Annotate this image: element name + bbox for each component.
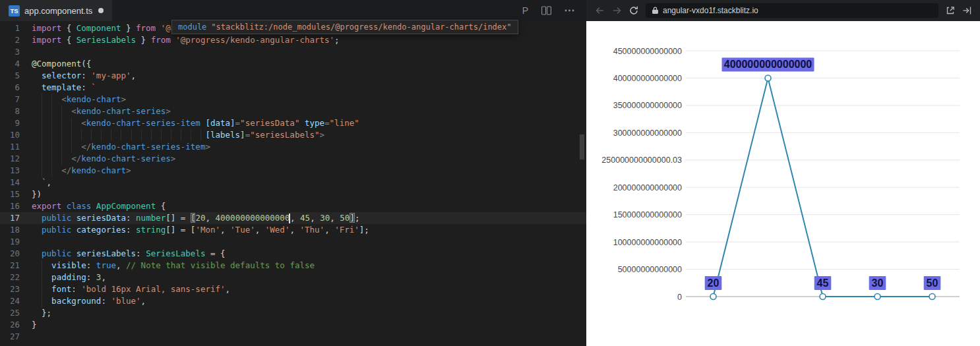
more-actions-icon[interactable] bbox=[565, 9, 574, 12]
code-line[interactable]: 9 <kendo-chart-series-item [data]="serie… bbox=[0, 117, 586, 129]
series-point-label: 50 bbox=[924, 276, 941, 290]
indent-guide bbox=[61, 129, 62, 141]
svg-text:30: 30 bbox=[872, 277, 884, 289]
code-line[interactable]: 26} bbox=[0, 319, 586, 331]
code-line[interactable]: 16export class AppComponent { bbox=[0, 200, 586, 212]
indent-guide bbox=[141, 129, 142, 141]
code-line[interactable]: 27 bbox=[0, 331, 586, 343]
line-number: 7 bbox=[0, 94, 20, 105]
y-tick-label: 200000000000000 bbox=[613, 183, 682, 192]
indent-guide bbox=[51, 141, 52, 153]
line-number: 26 bbox=[0, 319, 20, 331]
code-line[interactable]: 5 selector: 'my-app', bbox=[0, 70, 586, 82]
series-point-marker[interactable] bbox=[929, 294, 935, 300]
line-number: 2 bbox=[0, 34, 20, 46]
code-line[interactable]: 23 font: 'bold 16px Arial, sans-serif', bbox=[0, 283, 586, 295]
line-number: 22 bbox=[0, 272, 20, 283]
code-line[interactable]: 19 bbox=[0, 236, 586, 248]
code-line[interactable]: 4@Component({ bbox=[0, 58, 586, 70]
tab-app-component-ts[interactable]: TS app.component.ts bbox=[0, 0, 112, 21]
open-in-new-window-icon[interactable] bbox=[946, 6, 955, 15]
refresh-icon[interactable] bbox=[629, 6, 638, 15]
split-editor-icon[interactable] bbox=[541, 6, 551, 15]
line-number: 14 bbox=[0, 177, 20, 188]
series-point-marker[interactable] bbox=[874, 294, 880, 300]
y-tick-label: 400000000000000 bbox=[613, 74, 682, 83]
indent-guide bbox=[131, 129, 132, 141]
line-number: 16 bbox=[0, 200, 20, 212]
indent-guide bbox=[51, 165, 52, 177]
y-tick-label: 350000000000000 bbox=[613, 101, 682, 110]
y-tick-label: 250000000000000.03 bbox=[601, 156, 682, 165]
tooltip-path: "stackblitz:/node_modules/@progress/kend… bbox=[211, 22, 511, 32]
collapse-preview-icon[interactable] bbox=[962, 6, 971, 15]
topbar: TS app.component.ts P bbox=[0, 0, 980, 21]
series-point-marker[interactable] bbox=[765, 75, 771, 81]
indent-guide bbox=[42, 129, 42, 141]
code-line[interactable]: 18 public categories: string[] = ['Mon',… bbox=[0, 224, 586, 236]
code-line[interactable]: 14 `, bbox=[0, 177, 586, 188]
code-lines: 1import { Component } from '@a2import { … bbox=[0, 22, 586, 343]
svg-text:400000000000000: 400000000000000 bbox=[724, 59, 812, 70]
code-text: background: 'blue', bbox=[20, 295, 146, 307]
code-line[interactable]: 24 background: 'blue', bbox=[0, 295, 586, 307]
series-point-marker[interactable] bbox=[820, 294, 826, 300]
url-text: angular-vxdo1f.stackblitz.io bbox=[663, 6, 758, 15]
code-line[interactable]: 20 public seriesLabels: SeriesLabels = { bbox=[0, 248, 586, 260]
line-number: 21 bbox=[0, 260, 20, 272]
code-text: template: ` bbox=[20, 82, 96, 94]
code-line[interactable]: 11 </kendo-chart-series-item> bbox=[0, 141, 586, 153]
indent-guide bbox=[61, 153, 62, 165]
series-point-label: 400000000000000 bbox=[722, 57, 814, 71]
indent-guide bbox=[71, 141, 72, 153]
line-number: 5 bbox=[0, 70, 20, 82]
code-line[interactable]: 13 </kendo-chart> bbox=[0, 165, 586, 177]
code-text: `, bbox=[20, 177, 51, 188]
prettier-icon[interactable]: P bbox=[522, 5, 528, 16]
back-icon[interactable] bbox=[595, 6, 605, 15]
forward-icon[interactable] bbox=[612, 6, 622, 15]
code-text: }) bbox=[20, 188, 42, 200]
code-line[interactable]: 22 padding: 3, bbox=[0, 272, 586, 283]
code-text: import { SeriesLabels } from '@progress/… bbox=[20, 34, 340, 46]
code-text: font: 'bold 16px Arial, sans-serif', bbox=[20, 283, 230, 295]
code-line[interactable]: 7 <kendo-chart> bbox=[0, 94, 586, 105]
indent-guide bbox=[51, 105, 52, 117]
indent-guide bbox=[42, 260, 42, 272]
code-line[interactable]: 21 visible: true, // Note that visible d… bbox=[0, 260, 586, 272]
line-number: 4 bbox=[0, 58, 20, 70]
code-line[interactable]: 2import { SeriesLabels } from '@progress… bbox=[0, 34, 586, 46]
code-line[interactable]: 6 template: ` bbox=[0, 82, 586, 94]
code-line[interactable]: 17 public seriesData: number[] = [20, 40… bbox=[0, 212, 586, 224]
code-text bbox=[20, 46, 32, 58]
line-number: 9 bbox=[0, 117, 20, 129]
line-number: 17 bbox=[0, 212, 20, 224]
code-text: export class AppComponent { bbox=[20, 200, 166, 212]
code-line[interactable]: 25 }; bbox=[0, 307, 586, 319]
scrollbar-marker[interactable] bbox=[580, 134, 584, 159]
indent-guide bbox=[61, 117, 62, 129]
line-number: 18 bbox=[0, 224, 20, 236]
indent-guide bbox=[71, 117, 72, 129]
y-tick-label: 150000000000000 bbox=[613, 210, 682, 219]
code-line[interactable]: 10 [labels]="seriesLabels"> bbox=[0, 129, 586, 141]
code-line[interactable]: 12 </kendo-chart-series> bbox=[0, 153, 586, 165]
line-chart: 4500000000000004000000000000003500000000… bbox=[586, 21, 980, 346]
editor-actions: P bbox=[522, 5, 586, 16]
module-tooltip: module"stackblitz:/node_modules/@progres… bbox=[171, 20, 518, 34]
series-point-label: 30 bbox=[869, 276, 886, 290]
line-number: 8 bbox=[0, 105, 20, 117]
line-number: 23 bbox=[0, 283, 20, 295]
indent-guide bbox=[51, 129, 52, 141]
series-point-marker[interactable] bbox=[710, 294, 716, 300]
code-line[interactable]: 3 bbox=[0, 46, 586, 58]
code-text: <kendo-chart-series> bbox=[20, 105, 171, 117]
code-text: }; bbox=[20, 307, 51, 319]
code-line[interactable]: 15}) bbox=[0, 188, 586, 200]
url-bar[interactable]: angular-vxdo1f.stackblitz.io bbox=[646, 3, 938, 18]
indent-guide bbox=[71, 129, 72, 141]
code-line[interactable]: 8 <kendo-chart-series> bbox=[0, 105, 586, 117]
line-number: 11 bbox=[0, 141, 20, 153]
code-text bbox=[20, 236, 32, 248]
code-editor[interactable]: 1import { Component } from '@a2import { … bbox=[0, 21, 586, 346]
